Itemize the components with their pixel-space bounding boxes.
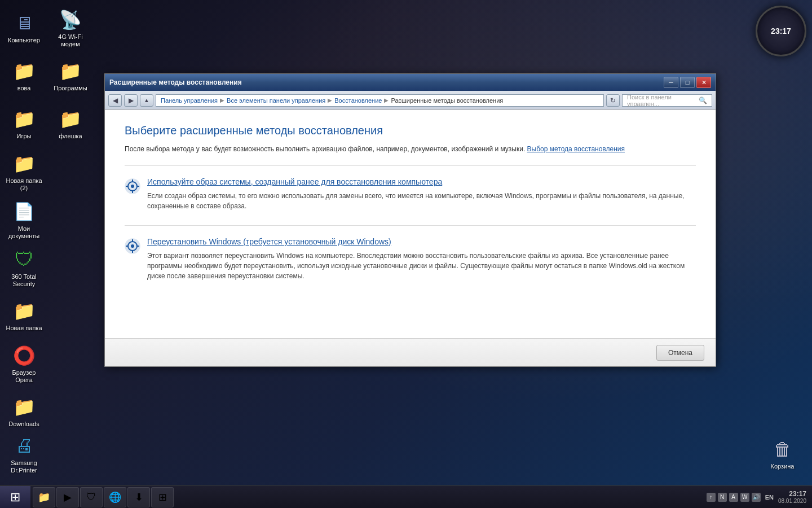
taskbar-chrome-button[interactable]: 🌐	[104, 487, 126, 507]
close-button[interactable]: ✕	[696, 77, 711, 88]
taskbar-window-switcher-button[interactable]: ⊞	[151, 487, 174, 507]
back-button[interactable]: ◀	[108, 94, 122, 107]
desktop-icon-trash[interactable]: 🗑 Корзина	[761, 432, 804, 477]
taskbar-right: ↑ N A W 🔊 EN 23:17 08.01.2020	[701, 486, 812, 508]
taskbar-explorer-button[interactable]: 📁	[33, 487, 55, 507]
recovery-method-link[interactable]: Выбор метода восстановления	[527, 145, 625, 153]
start-button[interactable]: ⊞	[0, 486, 30, 509]
up-button[interactable]: ▲	[140, 94, 153, 107]
window-content: Выберите расширенные методы восстановлен…	[105, 110, 716, 338]
printer-icon: 🖨	[13, 435, 36, 457]
reinstall-title[interactable]: Переустановить Windows (требуется устано…	[147, 237, 696, 246]
computer-icon: 🖥	[13, 12, 36, 34]
svg-point-2	[131, 185, 134, 188]
cancel-button[interactable]: Отмена	[656, 345, 704, 361]
media-icon: ▶	[64, 491, 72, 503]
forward-button[interactable]: ▶	[124, 94, 138, 107]
sep-1: ▶	[220, 97, 224, 103]
computer-label: Компьютер	[8, 37, 40, 44]
new-folder2-label: Новая папка	[6, 325, 42, 332]
search-placeholder: Поиск в панели управлен...	[627, 94, 696, 107]
opera-label: Браузер Opera	[6, 369, 42, 384]
system-image-title[interactable]: Используйте образ системы, созданный ран…	[147, 177, 696, 186]
desktop-icon-vova[interactable]: 📁 вова	[3, 54, 45, 99]
flash-label: флешка	[59, 133, 82, 140]
maximize-button[interactable]: □	[680, 77, 695, 88]
downloads-label: Downloads	[8, 421, 39, 428]
desktop-icon-security[interactable]: 🛡 360 Total Security	[3, 246, 45, 291]
wifi-modem-icon: 📡	[59, 8, 82, 31]
window-titlebar[interactable]: Расширенные методы восстановления ─ □ ✕	[105, 74, 716, 91]
desktop-icon-new-folder2[interactable]: 📁 Новая папка	[3, 294, 45, 339]
breadcrumb-item-3[interactable]: Восстановление	[334, 97, 382, 104]
flash-drive-icon: 📁	[59, 108, 82, 130]
desktop: 23:17 🖥 Компьютер 📁 вова 📁 Игры 📁 Новая …	[0, 0, 812, 508]
vova-label: вова	[17, 85, 31, 92]
desktop-icon-my-docs[interactable]: 📄 Мои документы	[3, 198, 45, 243]
desktop-icon-printer[interactable]: 🖨 Samsung Dr.Printer	[3, 432, 45, 477]
desktop-icon-games[interactable]: 📁 Игры	[3, 102, 45, 147]
start-icon: ⊞	[10, 490, 20, 505]
wifi-label: 4G Wi-Fi модем	[52, 33, 89, 48]
address-field[interactable]: Панель управления ▶ Все элементы панели …	[156, 94, 604, 107]
breadcrumb-item-1[interactable]: Панель управления	[161, 97, 218, 104]
desktop-icon-new-folder[interactable]: 📁 Новая папка (2)	[3, 150, 45, 195]
desktop-icon-area: 🖥 Компьютер 📁 вова 📁 Игры 📁 Новая папка …	[0, 0, 96, 485]
trash-icon: 🗑	[771, 438, 794, 461]
reinstall-desc: Этот вариант позволяет переустановить Wi…	[147, 251, 696, 281]
taskbar-antivirus-button[interactable]: 🛡	[80, 487, 103, 507]
svg-point-5	[131, 244, 134, 248]
games-label: Игры	[17, 133, 32, 140]
minimize-button[interactable]: ─	[664, 77, 678, 88]
divider-2	[125, 225, 696, 226]
chrome-icon: 🌐	[109, 491, 121, 503]
address-bar: ◀ ▶ ▲ Панель управления ▶ Все элементы п…	[105, 91, 716, 110]
taskbar-time-area: 23:17 08.01.2020	[778, 490, 806, 504]
my-docs-label: Мои документы	[6, 225, 42, 240]
breadcrumb: Панель управления ▶ Все элементы панели …	[161, 97, 503, 104]
taskbar-sys-icon-1: ↑	[707, 493, 716, 502]
breadcrumb-item-4: Расширенные методы восстановления	[391, 97, 503, 104]
taskbar-sys-icon-4: W	[740, 493, 749, 502]
page-title: Выберите расширенные методы восстановлен…	[125, 124, 696, 137]
sep-2: ▶	[328, 97, 332, 103]
taskbar-torrent-button[interactable]: ⬇	[127, 487, 150, 507]
reinstall-content: Переустановить Windows (требуется устано…	[147, 237, 696, 281]
taskbar-media-button[interactable]: ▶	[56, 487, 79, 507]
search-icon: 🔍	[699, 97, 707, 104]
downloads-folder-icon: 📁	[13, 396, 36, 418]
desktop-icon-computer[interactable]: 🖥 Компьютер	[3, 6, 45, 51]
desktop-icon-flash[interactable]: 📁 флешка	[50, 102, 92, 147]
window-title: Расширенные методы восстановления	[109, 78, 242, 86]
clock-time: 23:17	[771, 27, 791, 36]
taskbar-items: 📁 ▶ 🛡 🌐 ⬇ ⊞	[30, 486, 701, 508]
taskbar-sys-icon-3: A	[729, 493, 738, 502]
taskbar-date: 08.01.2020	[778, 498, 806, 504]
system-image-desc: Если создан образ системы, то его можно …	[147, 191, 696, 211]
taskbar: ⊞ 📁 ▶ 🛡 🌐 ⬇ ⊞ ↑ N	[0, 485, 812, 508]
new-folder-icon: 📁	[13, 152, 36, 175]
breadcrumb-item-2[interactable]: Все элементы панели управления	[227, 97, 325, 104]
reinstall-icon	[125, 238, 140, 254]
new-folder-label: Новая папка (2)	[6, 177, 42, 192]
refresh-button[interactable]: ↻	[606, 94, 620, 107]
desktop-icon-programs[interactable]: 📁 Программы	[50, 54, 92, 99]
security-app-icon: 🛡	[13, 248, 36, 271]
recovery-option-2: Переустановить Windows (требуется устано…	[125, 237, 696, 281]
printer-label: Samsung Dr.Printer	[6, 459, 42, 474]
window-controls: ─ □ ✕	[664, 77, 711, 88]
desktop-icon-wifi[interactable]: 📡 4G Wi-Fi модем	[50, 6, 92, 51]
taskbar-language[interactable]: EN	[765, 494, 774, 501]
security-label: 360 Total Security	[6, 273, 42, 288]
search-box[interactable]: Поиск в панели управлен... 🔍	[622, 94, 712, 107]
torrent-icon: ⬇	[135, 491, 143, 503]
desktop-icon-downloads[interactable]: 📁 Downloads	[3, 389, 45, 435]
taskbar-sys-icon-5: 🔊	[752, 493, 761, 502]
programs-label: Программы	[54, 85, 87, 92]
my-docs-icon: 📄	[13, 200, 36, 223]
programs-icon: 📁	[59, 60, 82, 82]
intro-text: После выбора метода у вас будет возможно…	[125, 144, 696, 154]
desktop-icon-opera[interactable]: ⭕ Браузер Opera	[3, 341, 45, 387]
opera-icon: ⭕	[13, 344, 36, 367]
system-image-content: Используйте образ системы, созданный ран…	[147, 177, 696, 211]
